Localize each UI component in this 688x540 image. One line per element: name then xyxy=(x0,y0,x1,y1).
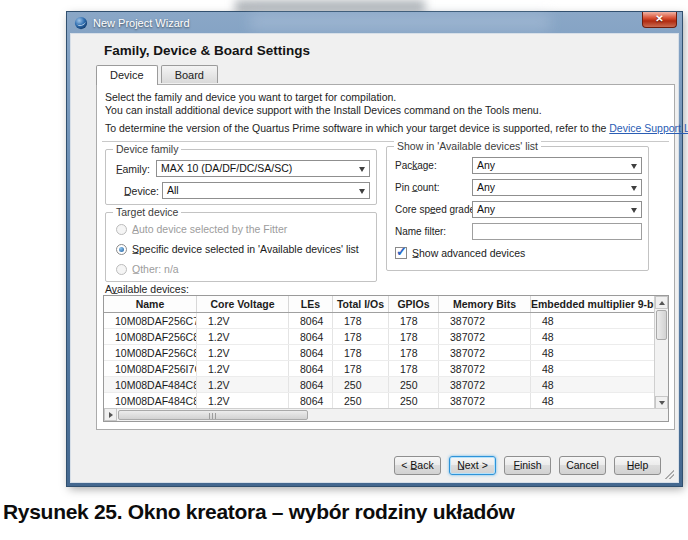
cell-total-ios: 178 xyxy=(333,345,389,360)
scroll-up-button[interactable] xyxy=(655,296,668,309)
column-header-gpios[interactable]: GPIOs xyxy=(389,296,439,312)
separator-line xyxy=(102,141,669,142)
cell-gpios: 178 xyxy=(389,313,439,328)
cell-les: 8064 xyxy=(289,377,333,392)
chevron-down-icon xyxy=(631,164,637,169)
chevron-down-icon xyxy=(631,186,637,191)
resize-grip[interactable] xyxy=(664,469,674,479)
intro-line-3-prefix: To determine the version of the Quartus … xyxy=(105,122,609,134)
column-header-core-voltage[interactable]: Core Voltage xyxy=(197,296,289,312)
cell-core-voltage: 1.2V xyxy=(197,361,289,376)
intro-line-3: To determine the version of the Quartus … xyxy=(105,122,688,134)
device-support-list-link[interactable]: Device Support List xyxy=(609,122,688,134)
show-advanced-devices-checkbox[interactable]: ✓ S̲how advanced devices xyxy=(395,247,525,259)
cell-gpios: 178 xyxy=(389,345,439,360)
cell-name: 10M08DAF256I7G xyxy=(104,361,197,376)
checkbox-box: ✓ xyxy=(395,247,407,259)
table-row[interactable]: 10M08DAF256C7G 1.2V 8064 178 178 387072 … xyxy=(104,313,654,329)
vertical-scrollbar[interactable] xyxy=(654,296,668,409)
cell-gpios: 178 xyxy=(389,329,439,344)
core-speed-grade-dropdown[interactable]: Any xyxy=(472,201,642,218)
cell-core-voltage: 1.2V xyxy=(197,329,289,344)
pin-count-dropdown-value: Any xyxy=(477,181,495,193)
figure-caption: Rysunek 25. Okno kreatora – wybór rodzin… xyxy=(3,500,515,524)
triangle-right-icon xyxy=(109,412,113,418)
table-row[interactable]: 10M08DAF256C8G 1.2V 8064 178 178 387072 … xyxy=(104,329,654,345)
target-device-group-title: Target device xyxy=(113,206,181,218)
radio-auto-device[interactable]: A̲uto device selected by the Fitter xyxy=(116,223,287,235)
table-row[interactable]: 10M08DAF256I7G 1.2V 8064 178 178 387072 … xyxy=(104,361,654,377)
column-header-embedded-multiplier[interactable]: Embedded multiplier 9-bit el xyxy=(531,296,654,312)
column-header-name[interactable]: Name xyxy=(104,296,197,312)
quartus-app-icon xyxy=(74,16,88,30)
pin-count-dropdown[interactable]: Any xyxy=(472,179,642,196)
window-title: New Project Wizard xyxy=(93,17,190,29)
chevron-down-icon xyxy=(631,208,637,213)
radio-other-device[interactable]: O̲ther: n/a xyxy=(116,263,179,275)
radio-specific-device-label: S̲pecific device selected in 'Available … xyxy=(132,243,359,255)
dialog-client-area: Family, Device & Board Settings Device B… xyxy=(70,33,679,483)
chevron-down-icon xyxy=(359,189,365,194)
horizontal-scrollbar-thumb[interactable] xyxy=(118,410,308,420)
pin-count-label: Pin c̲ount: xyxy=(395,182,439,193)
cell-gpios: 250 xyxy=(389,377,439,392)
close-button[interactable]: ✕ xyxy=(642,12,677,28)
cell-total-ios: 250 xyxy=(333,393,389,408)
cell-core-voltage: 1.2V xyxy=(197,313,289,328)
tab-board[interactable]: Board xyxy=(161,65,218,83)
package-dropdown[interactable]: Any xyxy=(472,157,642,174)
cell-gpios: 250 xyxy=(389,393,439,408)
show-advanced-devices-label: S̲how advanced devices xyxy=(412,247,525,259)
cell-memory-bits: 387072 xyxy=(439,313,531,328)
cell-les: 8064 xyxy=(289,393,333,408)
show-filter-group-title: Show in 'Available devices' list xyxy=(394,140,541,152)
next-button[interactable]: N̲ext > xyxy=(449,456,496,475)
core-speed-grade-dropdown-value: Any xyxy=(477,203,495,215)
titlebar[interactable]: New Project Wizard ✕ xyxy=(70,12,679,33)
back-button[interactable]: < B̲ack xyxy=(394,456,441,475)
cell-les: 8064 xyxy=(289,313,333,328)
column-header-les[interactable]: LEs xyxy=(289,296,333,312)
cell-gpios: 178 xyxy=(389,361,439,376)
new-project-wizard-window: New Project Wizard ✕ Family, Device & Bo… xyxy=(67,12,682,486)
column-header-memory-bits[interactable]: Memory Bits xyxy=(439,296,531,312)
radio-dot-icon xyxy=(116,264,127,275)
device-dropdown[interactable]: All xyxy=(162,182,370,199)
intro-line-2: You can install additional device suppor… xyxy=(105,104,542,116)
cell-core-voltage: 1.2V xyxy=(197,345,289,360)
cell-total-ios: 178 xyxy=(333,329,389,344)
scroll-right-button[interactable] xyxy=(104,408,117,421)
wizard-button-row: < B̲ack N̲ext > F̲inish Cancel H̲elp xyxy=(394,456,661,475)
tab-device[interactable]: Device xyxy=(96,65,158,85)
column-header-total-ios[interactable]: Total I/Os xyxy=(333,296,389,312)
help-button[interactable]: H̲elp xyxy=(614,456,661,475)
table-row[interactable]: 10M08DAF256C8GES 1.2V 8064 178 178 38707… xyxy=(104,345,654,361)
table-row[interactable]: 10M08DAF484C8G 1.2V 8064 250 250 387072 … xyxy=(104,377,654,393)
cell-les: 8064 xyxy=(289,329,333,344)
family-dropdown[interactable]: MAX 10 (DA/DF/DC/SA/SC) xyxy=(156,160,370,177)
cell-name: 10M08DAF256C8GES xyxy=(104,345,197,360)
radio-auto-device-label: A̲uto device selected by the Fitter xyxy=(132,223,287,235)
table-row[interactable]: 10M08DAF484C8GES 1.2V 8064 250 250 38707… xyxy=(104,393,654,409)
vertical-scrollbar-thumb[interactable] xyxy=(656,310,667,340)
scrollbar-grip-icon xyxy=(209,413,217,419)
cell-name: 10M08DAF256C7G xyxy=(104,313,197,328)
available-devices-label: Av̲ailable devices: xyxy=(105,283,189,295)
cell-name: 10M08DAF484C8G xyxy=(104,377,197,392)
cell-memory-bits: 387072 xyxy=(439,329,531,344)
cell-name: 10M08DAF484C8GES xyxy=(104,393,197,408)
cell-embedded-multiplier: 48 xyxy=(531,393,654,408)
family-label: F̲amily: xyxy=(116,163,150,175)
horizontal-scrollbar[interactable] xyxy=(104,408,668,421)
name-filter-input[interactable] xyxy=(472,223,642,240)
finish-button[interactable]: F̲inish xyxy=(504,456,551,475)
radio-specific-device[interactable]: S̲pecific device selected in 'Available … xyxy=(116,243,359,255)
titlebar-glass-reflection xyxy=(250,14,550,30)
cell-embedded-multiplier: 48 xyxy=(531,361,654,376)
cell-name: 10M08DAF256C8G xyxy=(104,329,197,344)
cancel-button[interactable]: Cancel xyxy=(559,456,606,475)
cell-embedded-multiplier: 48 xyxy=(531,377,654,392)
cell-core-voltage: 1.2V xyxy=(197,377,289,392)
device-tab-page: Select the family and device you want to… xyxy=(96,84,675,430)
cell-les: 8064 xyxy=(289,345,333,360)
